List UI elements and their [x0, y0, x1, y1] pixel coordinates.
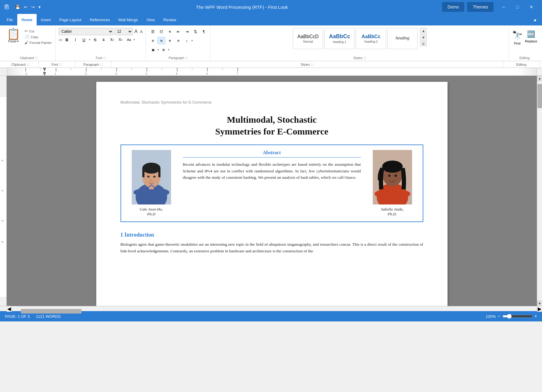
menu-file[interactable]: File — [2, 14, 17, 25]
text-effects-button[interactable]: ab — [59, 38, 62, 42]
change-case-button[interactable]: Aa — [125, 36, 133, 43]
scroll-thumb[interactable] — [537, 84, 542, 108]
style-normal[interactable]: AaBbCcD Normal — [293, 28, 323, 49]
show-formatting-button[interactable]: ¶ — [200, 28, 208, 35]
styles-scroll-down[interactable]: ▼ — [420, 35, 427, 41]
underline-dropdown[interactable]: ▾ — [89, 38, 91, 41]
style-heading-preview: heading — [396, 36, 409, 41]
sort-button[interactable]: ⇅ — [191, 28, 199, 35]
editing-content: 🔭 Find 🔤 Replace — [512, 28, 537, 55]
svg-text:4: 4 — [146, 72, 147, 75]
svg-rect-0 — [25, 68, 26, 71]
style-heading1[interactable]: AaBbCc heading 1 — [324, 28, 355, 49]
align-right-button[interactable]: ≡ — [166, 37, 174, 44]
save-button[interactable]: 💾 — [14, 3, 21, 11]
zoom-controls: 100% − + — [486, 314, 537, 319]
ribbon-collapse-button[interactable]: ▲ — [530, 14, 540, 25]
ribbon: 📋 Paste ▾ ✂ Cut 📄 Copy 🖌 Format Painter — [0, 25, 542, 61]
redo-button[interactable]: ↪ — [30, 3, 36, 11]
subscript-button[interactable]: X2 — [108, 36, 116, 43]
hscroll-left-button[interactable]: ◀ — [7, 306, 12, 312]
menu-page-layout[interactable]: Page Layout — [55, 14, 86, 25]
italic-button[interactable]: I — [71, 36, 79, 43]
paste-button[interactable]: 📋 Paste ▾ — [5, 28, 22, 44]
replace-button[interactable]: 🔤 Replace — [525, 30, 537, 43]
paragraph-section-label: Paragraph ⬚ — [75, 61, 111, 68]
right-scrollbar[interactable]: ▲ ▼ — [537, 76, 542, 306]
format-painter-button[interactable]: 🖌 Format Painter — [23, 40, 53, 45]
find-button[interactable]: 🔭 Find — [512, 30, 523, 45]
align-left-button[interactable]: ≡ — [149, 37, 157, 44]
ribbon-clipboard-group: 📋 Paste ▾ ✂ Cut 📄 Copy 🖌 Format Painter — [2, 27, 56, 61]
shading-button[interactable]: ▣ — [149, 46, 157, 53]
section1-text[interactable]: Biologists agree that game-theoretic mod… — [121, 241, 423, 254]
align-center-button[interactable]: ≡ — [157, 37, 165, 44]
paper-title[interactable]: Multimodal, StochasticSymmetries for E-C… — [121, 114, 423, 137]
styles-section-expand[interactable]: ⬚ — [311, 63, 314, 66]
quick-access-toolbar: 💾 ↩ ↪ ▾ — [14, 3, 42, 11]
menu-review[interactable]: Review — [159, 14, 180, 25]
change-case-dropdown[interactable]: ▾ — [134, 38, 135, 41]
maximize-button[interactable]: □ — [511, 0, 524, 14]
svg-text:-2: -2 — [1, 220, 4, 222]
zoom-minus-button[interactable]: − — [497, 314, 500, 319]
demo-menu-button[interactable]: Demo — [442, 2, 464, 12]
multilevel-list-button[interactable]: ≡ — [166, 28, 174, 35]
superscript-button[interactable]: X2 — [117, 36, 124, 43]
close-button[interactable]: ✕ — [524, 0, 538, 14]
numbered-list-button[interactable]: ☷ — [157, 28, 165, 35]
clipboard-label: Clipboard ⬚ — [20, 55, 38, 60]
quick-access-dropdown[interactable]: ▾ — [37, 3, 42, 11]
menu-insert[interactable]: Insert — [37, 14, 55, 25]
copy-button[interactable]: 📄 Copy — [23, 34, 53, 39]
font-size-select[interactable]: 12 — [114, 28, 133, 35]
font-shrink-button[interactable]: A — [139, 29, 143, 35]
hscroll-thumb[interactable] — [21, 309, 81, 314]
status-bar-right: 100% − + — [486, 314, 537, 319]
underline-button[interactable]: U — [80, 36, 88, 43]
bold-button[interactable]: B — [63, 36, 71, 43]
undo-button[interactable]: ↩ — [23, 3, 29, 11]
shading-row: ▣ ▾ ⊞ ▾ — [149, 46, 208, 53]
svg-rect-4 — [86, 68, 87, 71]
decrease-indent-button[interactable]: ⇤ — [174, 28, 182, 35]
strikethrough2-button[interactable]: S — [100, 36, 107, 43]
scroll-up-button[interactable]: ▲ — [537, 76, 542, 81]
increase-indent-button[interactable]: ⇥ — [183, 28, 191, 35]
font-expand-icon[interactable]: ⬚ — [104, 56, 106, 59]
paragraph-section-expand[interactable]: ⬚ — [100, 63, 103, 66]
minimize-button[interactable]: ─ — [497, 0, 511, 14]
cut-button[interactable]: ✂ Cut — [23, 28, 53, 34]
zoom-slider[interactable] — [502, 314, 533, 319]
strikethrough-button[interactable]: S — [91, 36, 99, 43]
clipboard-section-expand[interactable]: ⬚ — [27, 63, 30, 66]
justify-button[interactable]: ≡ — [174, 37, 182, 44]
paragraph-expand-icon[interactable]: ⬚ — [185, 56, 188, 59]
borders-button[interactable]: ⊞ — [160, 46, 167, 53]
scroll-down-button[interactable]: ▼ — [537, 301, 542, 306]
paste-dropdown-icon[interactable]: ▾ — [17, 40, 19, 43]
clipboard-expand-icon[interactable]: ⬚ — [35, 56, 38, 59]
font-family-select[interactable]: Calibri — [59, 28, 113, 35]
abstract-text[interactable]: Recent advances in modular technology an… — [183, 161, 361, 181]
menu-view[interactable]: View — [142, 14, 159, 25]
font-section-expand[interactable]: ⬚ — [59, 63, 62, 66]
zoom-plus-button[interactable]: + — [534, 314, 537, 319]
style-heading2[interactable]: AaBbCc heading 2 — [356, 28, 386, 49]
ribbon-editing-group: 🔭 Find 🔤 Replace Editing — [510, 27, 540, 61]
styles-scroll-up[interactable]: ▲ — [420, 28, 427, 34]
shading-dropdown[interactable]: ▾ — [157, 48, 159, 51]
font-grow-button[interactable]: A — [134, 28, 138, 35]
menu-mail-merge[interactable]: Mail Merge — [114, 14, 142, 25]
borders-dropdown[interactable]: ▾ — [168, 48, 170, 51]
style-heading[interactable]: heading — [387, 28, 418, 49]
line-spacing-button[interactable]: ↕ — [183, 37, 191, 44]
themes-menu-button[interactable]: Themes — [467, 2, 494, 12]
styles-expand-icon[interactable]: ⬚ — [364, 56, 366, 59]
bullet-list-button[interactable]: ☰ — [149, 28, 157, 35]
menu-references[interactable]: References — [86, 14, 114, 25]
line-spacing-dropdown[interactable]: ▾ — [191, 39, 193, 42]
menu-home[interactable]: Home — [17, 14, 37, 25]
styles-expand[interactable]: ⊞ — [420, 41, 427, 46]
hscroll-right-button[interactable]: ▶ — [537, 306, 542, 312]
